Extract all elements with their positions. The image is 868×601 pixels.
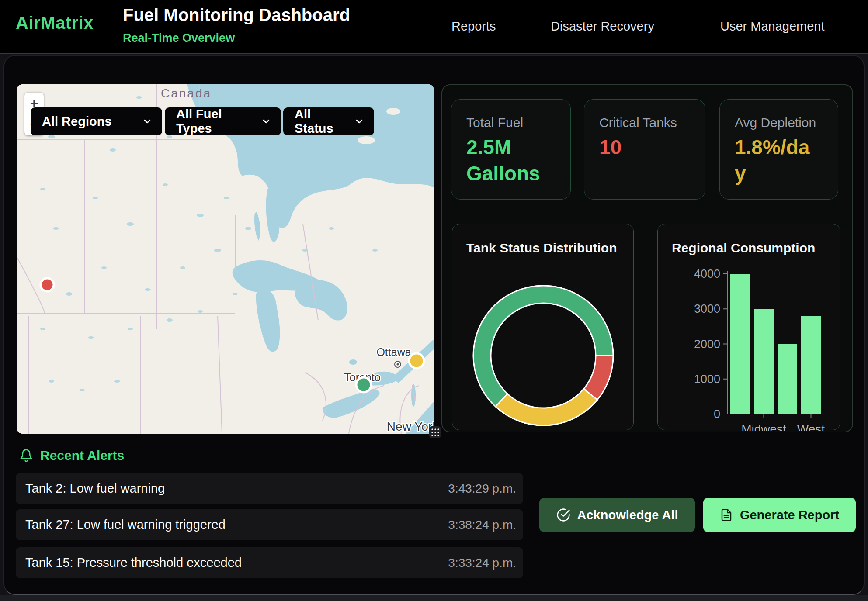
tank-marker-critical[interactable] [41, 278, 54, 291]
filter-status-value: All Status [295, 107, 346, 136]
stat-card-critical-tanks: Critical Tanks 10 [584, 99, 705, 200]
filter-fuel-types-value: All Fuel Types [176, 107, 253, 136]
y-tick-label: 3000 [694, 302, 720, 315]
alert-message: Tank 27: Low fuel warning triggered [25, 518, 448, 532]
stat-label: Avg Depletion [735, 115, 825, 130]
bar-2 [778, 344, 797, 414]
recent-alerts-header: Recent Alerts [19, 448, 124, 463]
brand-logo: AirMatrix [16, 13, 94, 33]
nav-disaster-recovery[interactable]: Disaster Recovery [551, 19, 654, 34]
stat-label: Critical Tanks [599, 115, 692, 130]
map-label-new-york: New York [387, 420, 434, 433]
generate-report-button[interactable]: Generate Report [703, 498, 856, 532]
nav-reports[interactable]: Reports [451, 19, 496, 34]
nav-user-management[interactable]: User Management [720, 19, 825, 34]
fuel-monitoring-dashboard: AirMatrix Fuel Monitoring Dashboard Real… [0, 0, 868, 601]
filter-regions-value: All Regions [42, 114, 134, 129]
tank-marker-warning[interactable] [409, 353, 424, 368]
check-circle-icon [556, 508, 570, 522]
alert-message: Tank 2: Low fuel warning [25, 481, 448, 496]
map-canvas[interactable]: Canada Ottawa Toronto New York [17, 84, 434, 434]
map-drag-handle[interactable] [429, 426, 441, 438]
map-label-canada: Canada [161, 86, 212, 100]
page-title: Fuel Monitoring Dashboard [123, 5, 350, 25]
bar-1 [754, 309, 774, 414]
alert-row: Tank 15: Pressure threshold exceeded 3:3… [16, 547, 523, 578]
map-label-ottawa: Ottawa [376, 346, 411, 358]
chevron-down-icon [261, 116, 271, 127]
y-tick-label: 1000 [694, 373, 720, 386]
filter-fuel-types-dropdown[interactable]: All Fuel Types [165, 107, 281, 135]
map-town-marker [395, 361, 401, 367]
tank-status-chart-card: Tank Status Distribution [452, 224, 634, 430]
stat-label: Total Fuel [466, 115, 557, 130]
y-tick-label: 2000 [694, 338, 720, 351]
generate-report-label: Generate Report [740, 508, 839, 522]
alert-message: Tank 15: Pressure threshold exceeded [25, 556, 448, 570]
bell-icon [19, 449, 33, 463]
regional-consumption-bar-chart: 01000200030004000MidwestWest [658, 224, 841, 431]
alert-timestamp: 3:38:24 p.m. [448, 518, 516, 532]
recent-alerts-title: Recent Alerts [40, 448, 124, 463]
filter-status-dropdown[interactable]: All Status [283, 107, 374, 135]
bar-3 [801, 316, 821, 414]
acknowledge-all-label: Acknowledge All [577, 508, 678, 522]
stat-value: 2.5M Gallons [466, 135, 545, 187]
acknowledge-all-button[interactable]: Acknowledge All [539, 498, 695, 532]
chevron-down-icon [142, 116, 153, 127]
x-tick-label: West [797, 422, 825, 431]
y-tick-label: 0 [714, 408, 720, 421]
alert-timestamp: 3:43:29 p.m. [448, 482, 516, 496]
stat-card-avg-depletion: Avg Depletion 1.8%/day [719, 99, 838, 200]
tank-status-donut-chart [452, 224, 634, 431]
grip-dots-icon [431, 428, 440, 437]
page-subtitle: Real-Time Overview [123, 31, 235, 45]
filter-regions-dropdown[interactable]: All Regions [31, 107, 162, 135]
tank-map[interactable]: Canada Ottawa Toronto New York [17, 84, 434, 434]
stat-value: 1.8%/day [735, 135, 813, 187]
y-tick-label: 4000 [694, 267, 720, 280]
footer-strip [0, 595, 868, 601]
alert-row: Tank 27: Low fuel warning triggered 3:38… [16, 509, 523, 540]
chevron-down-icon [354, 116, 365, 127]
stat-value: 10 [599, 135, 678, 161]
regional-consumption-chart-card: Regional Consumption 01000200030004000Mi… [657, 224, 840, 430]
tank-marker-normal[interactable] [356, 377, 371, 392]
document-icon [720, 508, 733, 522]
alert-row: Tank 2: Low fuel warning 3:43:29 p.m. [16, 473, 523, 504]
alert-timestamp: 3:33:24 p.m. [448, 556, 516, 570]
bar-0 [730, 274, 750, 414]
app-header: AirMatrix Fuel Monitoring Dashboard Real… [0, 0, 868, 54]
donut-segment-warning [496, 389, 597, 425]
stat-card-total-fuel: Total Fuel 2.5M Gallons [451, 99, 571, 200]
x-tick-label: Midwest [741, 422, 786, 431]
